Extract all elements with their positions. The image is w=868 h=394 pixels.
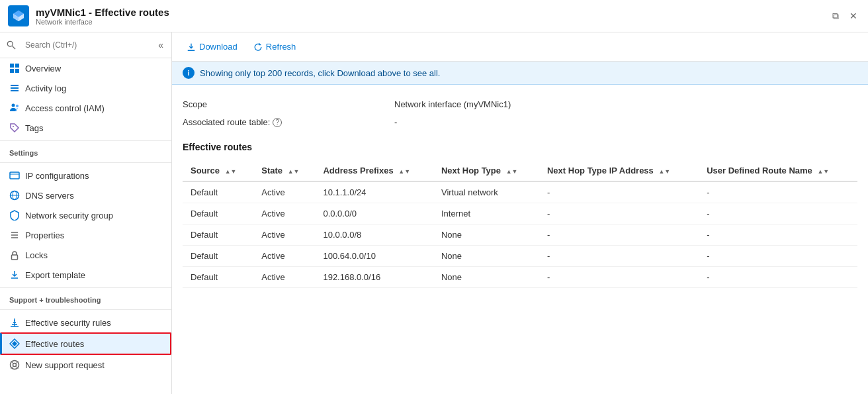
download-icon — [187, 42, 196, 52]
sidebar-item-effective-security-rules[interactable]: Effective security rules — [0, 313, 171, 332]
sidebar-item-export-template[interactable]: Export template — [0, 265, 171, 285]
search-input[interactable] — [20, 38, 153, 52]
lock-icon — [9, 250, 20, 260]
shield-icon — [9, 210, 20, 221]
cell-2: 0.0.0.0/0 — [315, 203, 433, 224]
route-table-label: Associated route table: ? — [183, 117, 394, 127]
svg-point-14 — [16, 105, 19, 107]
sidebar-item-label: Effective routes — [25, 339, 84, 349]
sidebar-item-overview[interactable]: Overview — [0, 58, 171, 78]
cell-4: - — [539, 181, 699, 203]
sidebar-item-tags[interactable]: Tags — [0, 118, 171, 138]
svg-point-13 — [12, 104, 15, 107]
sort-icon[interactable]: ▲▼ — [288, 169, 300, 175]
page-subtitle: Network interface — [36, 18, 169, 26]
collapse-sidebar-button[interactable]: « — [157, 38, 165, 52]
tag-icon — [9, 123, 20, 133]
cell-4: - — [539, 203, 699, 224]
svg-point-28 — [13, 364, 17, 367]
cell-4: - — [539, 224, 699, 246]
table-row[interactable]: DefaultActive100.64.0.0/10None-- — [183, 246, 857, 267]
sidebar-item-dns-servers[interactable]: DNS servers — [0, 185, 171, 205]
sort-icon[interactable]: ▲▼ — [225, 169, 237, 175]
route-table-info-icon[interactable]: ? — [273, 118, 282, 127]
sidebar-item-new-support-request[interactable]: New support request — [0, 355, 171, 375]
search-bar: « — [0, 32, 171, 58]
svg-rect-6 — [10, 64, 14, 68]
cell-1: Active — [253, 246, 315, 267]
cell-1: Active — [253, 267, 315, 288]
table-row[interactable]: DefaultActive10.0.0.0/8None-- — [183, 224, 857, 246]
cell-0: Default — [183, 181, 253, 203]
cell-2: 192.168.0.0/16 — [315, 267, 433, 288]
sidebar-item-label: Export template — [25, 270, 85, 280]
svg-rect-8 — [10, 69, 14, 73]
scope-label: Scope — [183, 99, 394, 109]
support-icon — [9, 360, 20, 370]
security-rules-icon — [9, 317, 20, 328]
svg-rect-24 — [12, 255, 18, 260]
sidebar-item-activity-log[interactable]: Activity log — [0, 78, 171, 98]
sidebar-item-label: Locks — [25, 250, 48, 260]
sidebar-item-network-security-group[interactable]: Network security group — [0, 205, 171, 225]
svg-rect-10 — [11, 85, 19, 86]
sort-icon[interactable]: ▲▼ — [506, 169, 518, 175]
sidebar-item-label: Overview — [25, 64, 61, 74]
sidebar-item-ip-configurations[interactable]: IP configurations — [0, 166, 171, 185]
people-icon — [9, 103, 20, 113]
routes-icon — [9, 338, 20, 349]
sort-icon[interactable]: ▲▼ — [398, 169, 410, 175]
list-icon — [9, 83, 20, 93]
cell-1: Active — [253, 203, 315, 224]
refresh-label: Refresh — [266, 42, 296, 52]
download-button[interactable]: Download — [183, 39, 241, 54]
sort-icon[interactable]: ▲▼ — [658, 169, 670, 175]
cell-3: Virtual network — [433, 181, 539, 203]
svg-rect-16 — [10, 172, 19, 179]
cell-3: Internet — [433, 203, 539, 224]
refresh-button[interactable]: Refresh — [249, 39, 300, 54]
col-address-prefixes: Address Prefixes ▲▼ — [315, 160, 433, 181]
table-header: Source ▲▼ State ▲▼ Address Prefixes ▲▼ — [183, 160, 857, 181]
svg-marker-26 — [12, 341, 17, 346]
table-row[interactable]: DefaultActive0.0.0.0/0Internet-- — [183, 203, 857, 224]
main-layout: « Overview Activity log Access control (… — [0, 32, 868, 394]
page-title: myVMNic1 - Effective routes — [36, 7, 169, 18]
table-row[interactable]: DefaultActive192.168.0.0/16None-- — [183, 267, 857, 288]
title-text: myVMNic1 - Effective routes Network inte… — [36, 7, 169, 26]
header-row: Source ▲▼ State ▲▼ Address Prefixes ▲▼ — [183, 160, 857, 181]
col-next-hop-ip: Next Hop Type IP Address ▲▼ — [539, 160, 699, 181]
col-source: Source ▲▼ — [183, 160, 253, 181]
cell-4: - — [539, 267, 699, 288]
sidebar-item-effective-routes[interactable]: Effective routes — [0, 332, 171, 355]
maximize-button[interactable]: ⧉ — [830, 8, 842, 25]
sidebar-item-access-control[interactable]: Access control (IAM) — [0, 98, 171, 118]
sidebar-item-label: Activity log — [25, 83, 66, 93]
search-icon — [7, 40, 16, 50]
sidebar-item-locks[interactable]: Locks — [0, 245, 171, 265]
cell-0: Default — [183, 267, 253, 288]
cell-3: None — [433, 267, 539, 288]
svg-rect-11 — [11, 87, 19, 89]
info-icon: i — [183, 67, 195, 79]
cell-2: 10.0.0.0/8 — [315, 224, 433, 246]
cell-5: - — [699, 181, 857, 203]
scope-value: Network interface (myVMNic1) — [394, 99, 511, 109]
title-left: myVMNic1 - Effective routes Network inte… — [8, 5, 169, 26]
toolbar: Download Refresh — [172, 32, 868, 62]
svg-rect-12 — [11, 90, 19, 91]
support-section-label: Support + troubleshooting — [0, 287, 171, 307]
table-row[interactable]: DefaultActive10.1.1.0/24Virtual network-… — [183, 181, 857, 203]
cell-5: - — [699, 267, 857, 288]
content-panel: Download Refresh i Showing only top 200 … — [172, 32, 868, 394]
properties-icon — [9, 230, 20, 240]
sidebar: « Overview Activity log Access control (… — [0, 32, 172, 394]
cell-5: - — [699, 224, 857, 246]
close-button[interactable]: ✕ — [847, 8, 860, 25]
svg-rect-9 — [15, 69, 19, 73]
svg-rect-7 — [15, 64, 19, 68]
sort-icon[interactable]: ▲▼ — [817, 169, 829, 175]
sidebar-item-label: Effective security rules — [25, 318, 111, 328]
sidebar-item-label: IP configurations — [25, 171, 89, 181]
sidebar-item-properties[interactable]: Properties — [0, 225, 171, 245]
